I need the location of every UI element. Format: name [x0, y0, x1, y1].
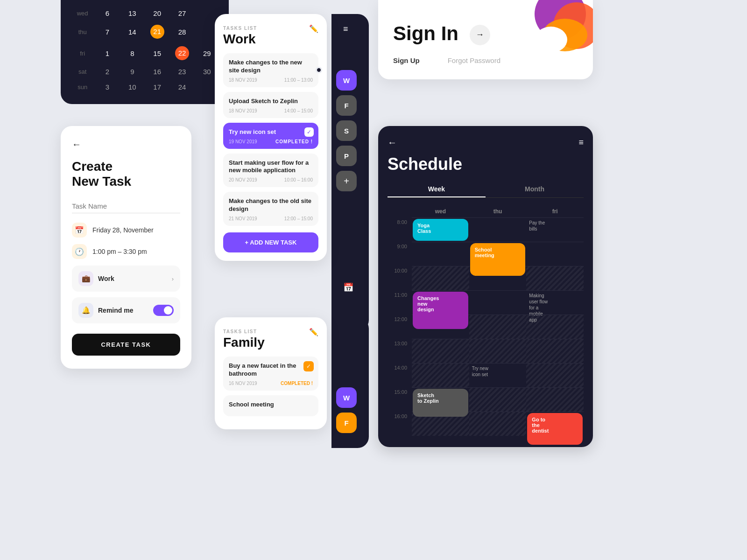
calendar-highlighted[interactable]: 22: [175, 46, 189, 60]
task-date: 18 NOV 2019: [229, 108, 257, 113]
calendar-cell[interactable]: 7: [95, 21, 120, 42]
task-item[interactable]: Start making user flow for a new mobile …: [223, 154, 318, 188]
back-button[interactable]: ←: [72, 139, 180, 150]
edit-icon[interactable]: ✏️: [309, 24, 318, 33]
calendar-day-label: thu: [70, 21, 95, 42]
schedule-cell-thu-11: [469, 290, 527, 315]
sidebar-item-f[interactable]: F: [336, 95, 357, 116]
svg-point-3: [535, 27, 567, 53]
event-dentist[interactable]: Go tothedentist: [527, 413, 583, 445]
calendar-cell[interactable]: 28: [169, 21, 194, 42]
tab-week[interactable]: Week: [388, 182, 486, 197]
calendar-icon: 📅: [72, 223, 87, 238]
sidebar-add-button[interactable]: +: [336, 171, 357, 191]
schedule-hamburger-icon[interactable]: ≡: [578, 138, 584, 147]
calendar-cell[interactable]: 27: [169, 6, 194, 21]
schedule-cell-thu-9: Schoolmeeting: [469, 242, 527, 266]
schedule-cell-fri-12: [526, 315, 584, 339]
task-item[interactable]: Make changes to the old site design 21 N…: [223, 192, 318, 226]
schedule-cell-thu-13: [469, 339, 527, 363]
time-label: 15:00: [388, 387, 412, 412]
schedule-cell-wed-14: [412, 363, 469, 387]
sidebar-item-s[interactable]: S: [336, 120, 357, 141]
task-title: Make changes to the new site design: [229, 59, 313, 75]
family-sidebar-w[interactable]: W: [336, 387, 357, 408]
task-item[interactable]: School meeting: [223, 395, 318, 416]
task-time: 10:00 – 16:00: [284, 177, 313, 182]
edit-icon[interactable]: ✏️: [309, 328, 318, 336]
schedule-card: ← ≡ Schedule Week Month wed thu fri 8:00…: [378, 126, 593, 447]
event-school-meeting[interactable]: Schoolmeeting: [470, 243, 526, 276]
signin-blobs: [509, 0, 593, 61]
task-item[interactable]: ✓ Buy a new faucet in the bathroom 16 NO…: [223, 357, 318, 391]
calendar-cell[interactable]: 6: [95, 6, 120, 21]
task-name-input[interactable]: [72, 199, 180, 213]
calendar-nav-icon[interactable]: 📅: [343, 282, 353, 293]
schedule-cell-wed-15: Sketchto Zeplin: [412, 387, 469, 412]
text-event-pay-bills: Pay thebills: [526, 218, 584, 234]
calendar-cell[interactable]: 22: [169, 42, 194, 64]
calendar-cell[interactable]: 8: [120, 42, 145, 64]
family-sidebar-f[interactable]: F: [336, 413, 357, 433]
sidebar-item-p[interactable]: P: [336, 146, 357, 166]
schedule-back-button[interactable]: ←: [388, 137, 397, 148]
task-item[interactable]: Upload Sketch to Zeplin 18 NOV 2019 14:0…: [223, 92, 318, 118]
calendar-widget: wed 6 13 20 27 thu 7 14 21 28 fri 1 8 15: [61, 0, 229, 104]
col-header-fri: fri: [526, 205, 584, 217]
time-label: 12:00: [388, 315, 412, 339]
create-task-button[interactable]: CREATE TASK: [72, 334, 180, 356]
calendar-cell[interactable]: 21: [145, 21, 169, 42]
calendar-cell[interactable]: 15: [145, 42, 169, 64]
signin-arrow-button[interactable]: →: [470, 25, 490, 45]
schedule-cell-fri-15: [526, 387, 584, 412]
time-label: 14:00: [388, 363, 412, 387]
time-label: 9:00: [388, 242, 412, 266]
task-title: Try new icon set: [229, 128, 313, 136]
check-icon: ✓: [304, 127, 314, 137]
calendar-cell[interactable]: 16: [145, 64, 169, 79]
task-date: 20 NOV 2019: [229, 177, 257, 182]
task-dot: [316, 67, 322, 73]
task-item[interactable]: Make changes to the new site design 18 N…: [223, 53, 318, 87]
time-label: 8:00: [388, 217, 412, 242]
forgot-password-link[interactable]: Forgot Password: [448, 56, 500, 64]
sidebar-item-w[interactable]: W: [336, 70, 357, 91]
hamburger-icon[interactable]: ≡: [343, 28, 348, 30]
calendar-cell[interactable]: 9: [120, 64, 145, 79]
event-changes-design[interactable]: Changesnewdesign: [413, 292, 468, 329]
task-time-row: 🕐 1:00 pm – 3:30 pm: [72, 244, 180, 259]
schedule-cell-thu-15: [469, 387, 527, 412]
task-category-row[interactable]: 💼 Work ›: [72, 266, 180, 292]
task-title: Upload Sketch to Zeplin: [229, 98, 313, 105]
calendar-cell[interactable]: 24: [169, 79, 194, 95]
task-meta: 21 NOV 2019 12:00 – 15:00: [229, 216, 313, 221]
calendar-cell[interactable]: 23: [169, 64, 194, 79]
calendar-cell[interactable]: 10: [120, 79, 145, 95]
calendar-cell[interactable]: 17: [145, 79, 169, 95]
signup-link[interactable]: Sign Up: [393, 56, 420, 64]
category-icon: 💼: [78, 271, 93, 286]
calendar-table: wed 6 13 20 27 thu 7 14 21 28 fri 1 8 15: [70, 6, 219, 95]
schedule-cell-wed-8: YogaClass: [412, 217, 469, 242]
event-yoga[interactable]: YogaClass: [413, 219, 468, 241]
calendar-cell[interactable]: 13: [120, 6, 145, 21]
calendar-cell[interactable]: 2: [95, 64, 120, 79]
time-label: 16:00: [388, 412, 412, 436]
task-item-completed[interactable]: ✓ Try new icon set 19 NOV 2019 COMPLETED…: [223, 123, 318, 149]
event-sketch-zeplin[interactable]: Sketchto Zeplin: [413, 389, 468, 417]
remind-row: 🔔 Remind me: [72, 297, 180, 323]
calendar-cell[interactable]: 3: [95, 79, 120, 95]
calendar-cell[interactable]: 1: [95, 42, 120, 64]
calendar-cell[interactable]: 14: [120, 21, 145, 42]
schedule-cell-fri-14: [526, 363, 584, 387]
calendar-today[interactable]: 21: [150, 25, 164, 39]
check-icon: ✓: [303, 361, 314, 371]
col-header-thu: thu: [469, 205, 527, 217]
tasks-family-title: Family: [223, 335, 318, 350]
tasks-work-card: TASKS LIST Work ✏️ Make changes to the n…: [215, 14, 327, 261]
calendar-day-label: sun: [70, 79, 95, 95]
remind-toggle[interactable]: [153, 305, 174, 316]
add-task-button[interactable]: + ADD NEW TASK: [223, 232, 318, 252]
tab-month[interactable]: Month: [486, 182, 584, 197]
calendar-cell[interactable]: 20: [145, 6, 169, 21]
